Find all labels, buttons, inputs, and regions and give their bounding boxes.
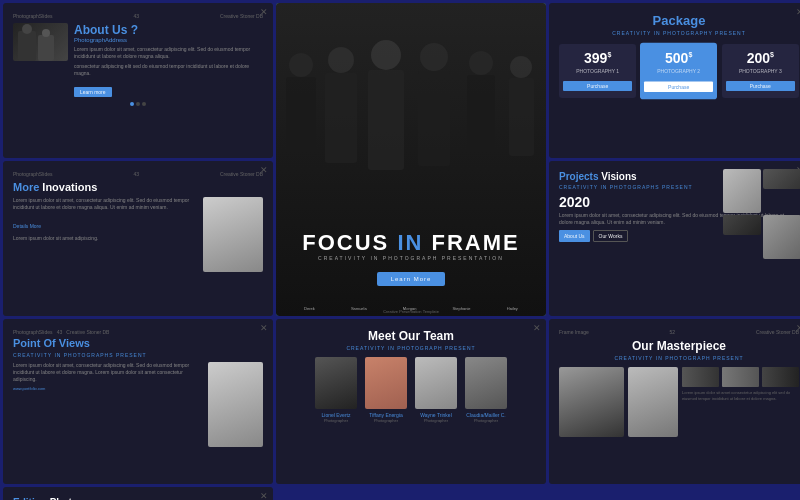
- slide-point: ✕ PhotographSlides 43 Creative Stoner DB…: [3, 319, 273, 484]
- master-mini-2: [722, 367, 759, 387]
- hero-label-5: Hailey: [507, 306, 518, 311]
- proj-title-blue: Projects: [559, 171, 598, 182]
- about-label-row: PhotographSlides 43 Creative Stoner DB: [13, 13, 263, 19]
- hero-focus-text: FOCUS: [302, 230, 397, 255]
- point-label: PhotographSlides 43 Creative Stoner DB: [13, 329, 263, 335]
- innov-label-row: PhotographSlides 43 Creative Stoner DB: [13, 171, 263, 177]
- proj-img-4: [763, 215, 800, 259]
- innov-label-mid: 43: [133, 171, 139, 177]
- innov-title-white: Inovations: [42, 181, 97, 193]
- point-subtitle: CREATIVITY IN PHOTOGRAPHS PRESENT: [13, 352, 263, 358]
- close-btn-package[interactable]: ✕: [796, 7, 800, 17]
- proj-btn-1[interactable]: About Us: [559, 230, 590, 242]
- about-content: About Us ? PhotographAddress Lorem ipsum…: [13, 23, 263, 98]
- slide-editing: ✕ Editing Photo CREATIVITY IN PHOTOGRAPH…: [3, 487, 273, 500]
- nav-dot-1[interactable]: [130, 102, 134, 106]
- svg-rect-5: [286, 77, 316, 157]
- slide-package: ✕ Package CREATIVITY IN PHOTOGRAPHY PRES…: [549, 3, 800, 158]
- nav-dot-3[interactable]: [142, 102, 146, 106]
- point-title-white: Of Views: [44, 337, 90, 349]
- innov-subtext: Lorem ipsum dolor sit amet adipiscing.: [13, 235, 197, 242]
- svg-point-12: [469, 51, 493, 75]
- package-card-2: 500$ PHOTOGRAPHY 2 Purchase: [640, 43, 717, 100]
- pkg-price-3: 200$: [726, 50, 795, 66]
- template-label: Creative Presentation Template: [383, 309, 439, 314]
- point-link[interactable]: www.portfolio.com: [13, 386, 202, 391]
- package-card-3: 200$ PHOTOGRAPHY 3 Purchase: [722, 44, 799, 98]
- svg-point-1: [22, 24, 32, 34]
- close-btn-about[interactable]: ✕: [260, 7, 268, 17]
- point-text-col: Lorem ipsum dolor sit amet, consectetur …: [13, 362, 202, 447]
- hero-in-text: IN: [397, 230, 423, 255]
- hero-label-4: Stephanie: [453, 306, 471, 311]
- hero-label-1: Derek: [304, 306, 315, 311]
- pkg-label-3: PHOTOGRAPHY 3: [726, 68, 795, 74]
- innov-label-left: PhotographSlides: [13, 171, 52, 177]
- master-text: Lorem ipsum dolor sit amet consectetur a…: [682, 390, 799, 401]
- proj-img-2: [763, 169, 800, 189]
- master-row-imgs: [682, 367, 799, 387]
- about-text1: Lorem ipsum dolor sit amet, consectetur …: [74, 46, 263, 60]
- master-mini-3: [762, 367, 799, 387]
- slide-about: ✕ PhotographSlides 43 Creative Stoner DB: [3, 3, 273, 158]
- package-subtitle: CREATIVITY IN PHOTOGRAPHY PRESENT: [559, 30, 799, 36]
- proj-title-white: Visions: [601, 171, 636, 182]
- svg-rect-15: [509, 78, 534, 156]
- svg-point-6: [328, 47, 354, 73]
- hero-frame-text: FRAME: [423, 230, 519, 255]
- point-title-blue: Point: [13, 337, 41, 349]
- about-subtitle: PhotographAddress: [74, 37, 263, 43]
- team-member-4: Claudia/Mailler C. Photographer: [465, 357, 507, 423]
- close-btn-point[interactable]: ✕: [260, 323, 268, 333]
- hero-main-title: FOCUS IN FRAME: [302, 231, 519, 255]
- svg-rect-11: [418, 71, 450, 166]
- master-label-right: Creative Stoner DB: [756, 329, 799, 335]
- svg-point-10: [420, 43, 448, 71]
- team-title: Meet Our Team: [286, 329, 536, 343]
- innov-title-blue: More: [13, 181, 39, 193]
- close-btn-editing[interactable]: ✕: [260, 491, 268, 500]
- close-btn-team[interactable]: ✕: [533, 323, 541, 333]
- about-label-right: Creative Stoner DB: [220, 13, 263, 19]
- team-subtitle: CREATIVITY IN PHOTOGRAPH PRESENT: [286, 345, 536, 351]
- pkg-btn-3[interactable]: Purchase: [726, 81, 795, 91]
- innov-image-inner: [203, 197, 263, 272]
- pkg-btn-2[interactable]: Purchase: [644, 82, 713, 93]
- about-image: [13, 23, 68, 61]
- point-image: [208, 362, 263, 447]
- pkg-btn-1[interactable]: Purchase: [563, 81, 632, 91]
- svg-point-8: [371, 40, 401, 70]
- package-cards: 399$ PHOTOGRAPHY 1 Purchase 500$ PHOTOGR…: [559, 44, 799, 98]
- package-card-1: 399$ PHOTOGRAPHY 1 Purchase: [559, 44, 636, 98]
- master-img-main: [559, 367, 624, 437]
- slide-masterpiece: ✕ Frame Image 52 Creative Stoner DB Our …: [549, 319, 800, 484]
- innov-title: More Inovations: [13, 181, 263, 193]
- innov-image: [203, 197, 263, 272]
- team-role-4: Photographer: [465, 418, 507, 423]
- innov-details-link[interactable]: Details More: [13, 223, 41, 229]
- about-label-mid: 43: [133, 13, 139, 19]
- proj-img-1: [723, 169, 761, 213]
- hero-background: FOCUS IN FRAME CREATIVITY IN PHOTOGRAPH …: [276, 3, 546, 316]
- about-image-inner: [13, 23, 68, 61]
- close-btn-innov[interactable]: ✕: [260, 165, 268, 175]
- point-title: Point Of Views: [13, 337, 263, 349]
- team-photo-3: [415, 357, 457, 409]
- main-grid: ✕ PhotographSlides 43 Creative Stoner DB: [0, 0, 800, 500]
- svg-rect-13: [467, 75, 495, 160]
- svg-rect-7: [325, 73, 357, 163]
- team-role-3: Photographer: [415, 418, 457, 423]
- master-label-mid: 52: [670, 329, 676, 335]
- proj-btn-2[interactable]: Our Works: [593, 230, 629, 242]
- slide-projects: ✕ Projects Visions CREATIVITY IN PHOTOGR…: [549, 161, 800, 316]
- nav-dot-2[interactable]: [136, 102, 140, 106]
- close-btn-master[interactable]: ✕: [796, 323, 800, 333]
- hero-cta-btn[interactable]: Learn More: [377, 272, 446, 286]
- team-member-3: Wayne Trinkel Photographer: [415, 357, 457, 423]
- master-img-small: [628, 367, 678, 437]
- svg-rect-0: [18, 31, 36, 61]
- about-btn[interactable]: Learn more: [74, 87, 112, 97]
- team-role-2: Photographer: [365, 418, 407, 423]
- svg-point-4: [289, 53, 313, 77]
- package-title: Package: [559, 13, 799, 28]
